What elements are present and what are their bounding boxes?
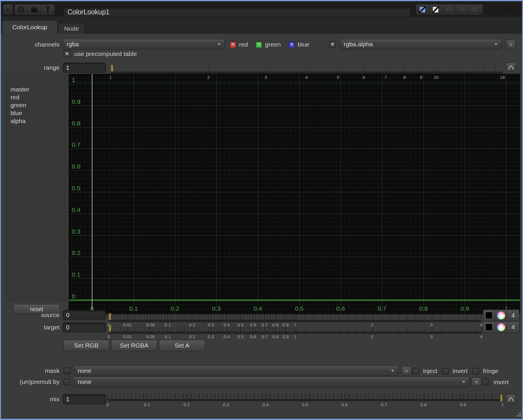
- revert-button[interactable]: ↻: [469, 4, 482, 15]
- panel-layout-button[interactable]: [429, 4, 442, 15]
- help-button[interactable]: ?: [491, 5, 496, 14]
- channels-layer-dropdown[interactable]: rgba: [63, 39, 225, 50]
- range-tick: 7: [384, 68, 387, 80]
- premult-enable-checkbox[interactable]: [64, 379, 70, 385]
- channel-checkbox[interactable]: [288, 41, 295, 48]
- range-tick: 3: [265, 68, 267, 80]
- section-divider: [5, 358, 518, 359]
- curve-channel-item[interactable]: red: [7, 93, 66, 101]
- mix-value: 1: [66, 396, 70, 403]
- mask-option-label: fringe: [483, 368, 498, 375]
- range-input[interactable]: 1: [63, 63, 106, 73]
- target-color-swatch-button[interactable]: [483, 322, 495, 333]
- undo-button[interactable]: ↶: [442, 4, 456, 15]
- float-panel-button[interactable]: [416, 4, 429, 15]
- curve-channel-item[interactable]: blue: [7, 109, 66, 117]
- channels-equals-button[interactable]: =: [506, 40, 516, 49]
- precomputed-checkbox[interactable]: [64, 50, 70, 57]
- range-slider[interactable]: 1 2 3 4 5 6 7: [111, 63, 502, 81]
- source-color-wheel-button[interactable]: [495, 310, 507, 321]
- y-axis-tick: 0.8: [72, 120, 80, 127]
- channel-checkboxes: red green blue: [230, 41, 317, 48]
- mask-option-checkbox[interactable]: [412, 368, 419, 375]
- target-slider-handle[interactable]: [109, 325, 111, 332]
- target-tick: 0.6: [250, 326, 256, 339]
- mix-tick: 0.5: [302, 394, 308, 407]
- mix-curve-button[interactable]: [506, 395, 516, 404]
- range-slider-handle[interactable]: [111, 65, 114, 72]
- source-color-group: 4: [483, 310, 519, 321]
- premult-channel-dropdown[interactable]: none: [74, 377, 469, 387]
- channel-checkbox-label: green: [265, 41, 281, 48]
- mix-slider[interactable]: 0 0.1 0.2 0.3 0.4 0.5: [108, 393, 502, 410]
- target-tick: 0.1: [165, 326, 171, 339]
- mask-channel-value: none: [78, 367, 92, 374]
- target-slider-scale: 0 0.01 0.05 0.1 0.2 0.3: [109, 322, 481, 339]
- center-node-button[interactable]: [15, 4, 28, 15]
- range-label: range: [0, 64, 60, 72]
- target-channel-count-button[interactable]: 4: [507, 322, 519, 333]
- y-axis-tick: 0.4: [72, 206, 80, 213]
- channel-checkbox[interactable]: [230, 41, 236, 48]
- curve-channel-item[interactable]: master: [7, 85, 66, 93]
- mix-tick: 0.7: [381, 394, 387, 407]
- curve-channel-item[interactable]: green: [7, 101, 66, 109]
- mask-option-checkbox[interactable]: [442, 368, 449, 375]
- channels-label: channels: [0, 41, 60, 48]
- tab-node[interactable]: Node: [58, 23, 85, 34]
- source-value: 0: [66, 312, 70, 319]
- range-tick: 8: [403, 68, 406, 80]
- premult-equals-button[interactable]: =: [472, 378, 481, 387]
- curve-editor-canvas[interactable]: 10.90.80.70.60.50.40.30.20.10 00.10.20.3…: [69, 74, 520, 314]
- target-tick: 4: [480, 326, 483, 339]
- target-tick: 0.5: [238, 326, 244, 339]
- wrench-icon: [44, 5, 52, 14]
- node-name-field[interactable]: ColorLookup1: [63, 7, 411, 17]
- alpha-layer-dropdown[interactable]: rgba.alpha: [340, 39, 502, 50]
- y-axis-tick: 0.7: [72, 141, 80, 148]
- target-slider[interactable]: 0 0.01 0.05 0.1 0.2 0.3: [109, 322, 481, 339]
- mask-option-checkbox[interactable]: [472, 368, 479, 375]
- redo-button[interactable]: ↷: [456, 4, 469, 15]
- set-button[interactable]: Set RGB: [63, 340, 109, 351]
- target-input[interactable]: 0: [63, 322, 106, 332]
- properties-menu-button[interactable]: ▼: [3, 4, 13, 15]
- source-slider-handle[interactable]: [109, 313, 111, 320]
- channel-checkbox-group: red: [230, 41, 248, 48]
- black-swatch-icon: [485, 312, 492, 319]
- mix-slider-handle[interactable]: [500, 395, 502, 402]
- channel-checkbox-group: green: [255, 41, 281, 48]
- colorlookup-properties-window: ▼ ColorLookup1: [0, 0, 523, 420]
- target-color-wheel-button[interactable]: [495, 322, 507, 333]
- mask-enable-checkbox[interactable]: [64, 368, 70, 374]
- range-tick: 16: [500, 68, 505, 80]
- mask-label: mask: [0, 367, 60, 375]
- range-curve-button[interactable]: [506, 63, 516, 72]
- mask-equals-button[interactable]: =: [402, 366, 411, 375]
- y-axis-tick: 1: [72, 76, 75, 84]
- source-color-swatch-button[interactable]: [483, 310, 495, 321]
- channel-checkbox[interactable]: [255, 41, 262, 48]
- tab-colorlookup[interactable]: ColorLookup: [2, 20, 57, 34]
- titlebar-left-button-group: [14, 4, 55, 15]
- monitor-button[interactable]: [28, 4, 41, 15]
- alpha-checkbox[interactable]: [329, 41, 336, 48]
- blue-slash-icon: [419, 6, 426, 13]
- source-channel-count-button[interactable]: 4: [507, 310, 519, 321]
- range-value: 1: [66, 64, 70, 71]
- detach-window-button[interactable]: [503, 6, 510, 14]
- set-button[interactable]: Set A: [159, 340, 205, 351]
- settings-button[interactable]: [41, 4, 54, 15]
- curve-line[interactable]: [69, 300, 520, 300]
- premult-invert-checkbox[interactable]: [482, 379, 489, 385]
- curve-channel-item[interactable]: alpha: [7, 117, 66, 125]
- range-tick: 10: [434, 68, 439, 80]
- source-input[interactable]: 0: [63, 310, 106, 320]
- set-button[interactable]: Set RGBA: [111, 340, 157, 351]
- mix-input[interactable]: 1: [63, 394, 106, 404]
- mix-tick: 0: [106, 394, 109, 407]
- close-button[interactable]: ✕: [514, 5, 520, 13]
- target-value: 0: [66, 324, 70, 331]
- mask-channel-dropdown[interactable]: none: [74, 365, 398, 376]
- curve-channel-list[interactable]: masterredgreenbluealpha: [6, 74, 66, 300]
